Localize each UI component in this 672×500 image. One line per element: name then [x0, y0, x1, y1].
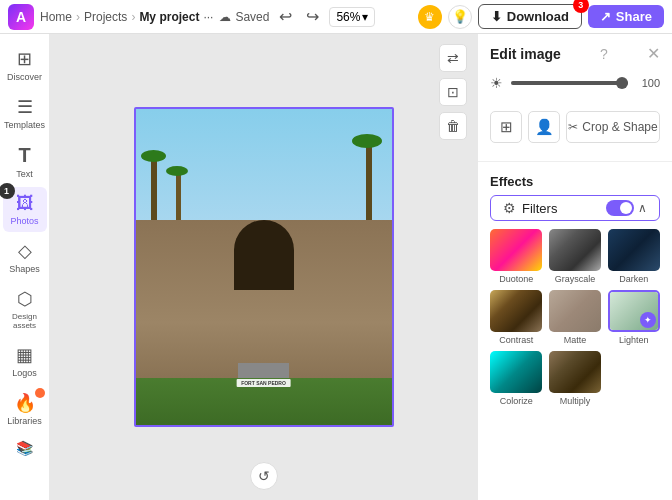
slider-fill [511, 81, 628, 85]
sidebar: ⊞ Discover ☰ Templates T Text 1 🖼 Photos… [0, 34, 50, 500]
breadcrumb-sep2: › [131, 10, 135, 24]
breadcrumb-projects[interactable]: Projects [84, 10, 127, 24]
filters-label: Filters [522, 201, 557, 216]
tools-row: ⊞ 👤 ✂ Crop & Shape [490, 111, 660, 143]
replace-image-button[interactable]: ⊡ [439, 78, 467, 106]
filter-thumb-contrast [490, 290, 542, 332]
adjust-tool-button[interactable]: ⊞ [490, 111, 522, 143]
panel-header: Edit image ? ✕ [478, 34, 672, 69]
ideas-button[interactable]: 💡 [448, 5, 472, 29]
lighten-selected-icon: ✦ [640, 312, 656, 328]
libraries-icon: 📚 [16, 440, 33, 456]
crop-shape-button[interactable]: ✂ Crop & Shape [566, 111, 660, 143]
redo-button[interactable]: ↪ [302, 5, 323, 28]
filter-thumb-lighten: ✦ [608, 290, 660, 332]
fort-sign: FORT SAN PEDRO [236, 379, 291, 387]
breadcrumb-current[interactable]: My project [139, 10, 199, 24]
tools-section: ⊞ 👤 ✂ Crop & Shape [478, 105, 672, 157]
backgrounds-icon: ▦ [16, 344, 33, 366]
filters-chevron-icon[interactable]: ∧ [638, 201, 647, 215]
brightness-slider-row: ☀ 100 [490, 75, 660, 91]
share-button[interactable]: ↗ Share [588, 5, 664, 28]
right-panel: Edit image ? ✕ ☀ 100 ⊞ 👤 [477, 34, 672, 500]
portrait-tool-button[interactable]: 👤 [528, 111, 560, 143]
flip-horizontal-button[interactable]: ⇄ [439, 44, 467, 72]
delete-button[interactable]: 🗑 [439, 112, 467, 140]
grayscale-preview [549, 229, 601, 271]
filter-thumb-matte [549, 290, 601, 332]
filter-settings-icon: ⚙ [503, 200, 516, 216]
filter-contrast[interactable]: Contrast [490, 290, 543, 345]
effects-header: Effects ➜ [478, 166, 672, 195]
zoom-selector[interactable]: 56% ▾ [329, 7, 375, 27]
panel-title: Edit image [490, 46, 561, 62]
sidebar-item-photos[interactable]: 1 🖼 Photos ◀ [3, 187, 47, 232]
filter-label-colorize: Colorize [500, 396, 533, 406]
multiply-preview [549, 351, 601, 393]
fort-image: FORT SAN PEDRO [136, 109, 392, 425]
palm-top-2 [352, 134, 382, 148]
share-icon: ↗ [600, 9, 611, 24]
filter-label-lighten: Lighten [619, 335, 649, 345]
photos-icon: 🖼 [16, 193, 34, 214]
filter-lighten[interactable]: ✦ Lighten [607, 290, 660, 345]
undo-button[interactable]: ↩ [275, 5, 296, 28]
filter-matte[interactable]: Matte [549, 290, 602, 345]
logos-badge [35, 388, 45, 398]
filter-darken[interactable]: Darken [607, 229, 660, 284]
matte-preview [549, 290, 601, 332]
panel-help-icon[interactable]: ? [600, 46, 608, 62]
sidebar-item-discover[interactable]: ⊞ Discover [3, 42, 47, 88]
sidebar-item-backgrounds[interactable]: ▦ Logos [3, 338, 47, 384]
sidebar-design-label: Design assets [7, 312, 43, 330]
app-logo[interactable]: A [8, 4, 34, 30]
brightness-slider[interactable] [511, 81, 628, 85]
filter-colorize[interactable]: Colorize [490, 351, 543, 406]
download-button[interactable]: ⬇ Download 3 [478, 4, 582, 29]
sidebar-item-design-assets[interactable]: ⬡ Design assets [3, 282, 47, 336]
download-icon: ⬇ [491, 9, 502, 24]
discover-icon: ⊞ [17, 48, 32, 70]
sidebar-item-text[interactable]: T Text [3, 138, 47, 185]
adjust-icon: ⊞ [500, 118, 513, 136]
portrait-icon: 👤 [535, 118, 554, 136]
filter-thumb-darken [608, 229, 660, 271]
saved-label: Saved [235, 10, 269, 24]
canvas-area[interactable]: ⇄ ⊡ 🗑 FORT SAN PEDRO ↺ [50, 34, 477, 500]
slider-thumb[interactable] [616, 77, 628, 89]
filter-label-duotone: Duotone [499, 274, 533, 284]
breadcrumb-home[interactable]: Home [40, 10, 72, 24]
sidebar-item-templates[interactable]: ☰ Templates [3, 90, 47, 136]
bulb-icon: 💡 [452, 9, 468, 24]
crown-badge: ♛ [418, 5, 442, 29]
shapes-icon: ◇ [18, 240, 32, 262]
panel-close-button[interactable]: ✕ [647, 44, 660, 63]
filter-grayscale[interactable]: Grayscale [549, 229, 602, 284]
logo-icon: A [16, 9, 26, 25]
contrast-preview [490, 290, 542, 332]
reset-button[interactable]: ↺ [250, 462, 278, 490]
colorize-preview [490, 351, 542, 393]
filter-multiply[interactable]: Multiply [549, 351, 602, 406]
filter-thumb-grayscale [549, 229, 601, 271]
breadcrumb-more[interactable]: ··· [203, 10, 213, 24]
filter-duotone[interactable]: Duotone [490, 229, 543, 284]
filters-row[interactable]: ⚙ Filters ∧ [490, 195, 660, 221]
sidebar-item-shapes[interactable]: ◇ Shapes [3, 234, 47, 280]
darken-preview [608, 229, 660, 271]
filter-thumb-duotone [490, 229, 542, 271]
sidebar-item-libraries[interactable]: 📚 [3, 434, 47, 464]
design-assets-icon: ⬡ [17, 288, 33, 310]
sidebar-item-logos[interactable]: 🔥 Libraries [3, 386, 47, 432]
logos-icon: 🔥 [14, 392, 36, 414]
canvas-image[interactable]: FORT SAN PEDRO [134, 107, 394, 427]
canvas-toolbar: ⇄ ⊡ 🗑 [439, 44, 467, 140]
cloud-icon: ☁ [219, 10, 231, 24]
brightness-icon: ☀ [490, 75, 503, 91]
filters-left: ⚙ Filters [503, 200, 557, 216]
brightness-section: ☀ 100 [478, 69, 672, 105]
step3-badge: 3 [573, 0, 589, 13]
filters-toggle[interactable] [606, 200, 634, 216]
sidebar-shapes-label: Shapes [9, 264, 40, 274]
filter-label-darken: Darken [619, 274, 648, 284]
